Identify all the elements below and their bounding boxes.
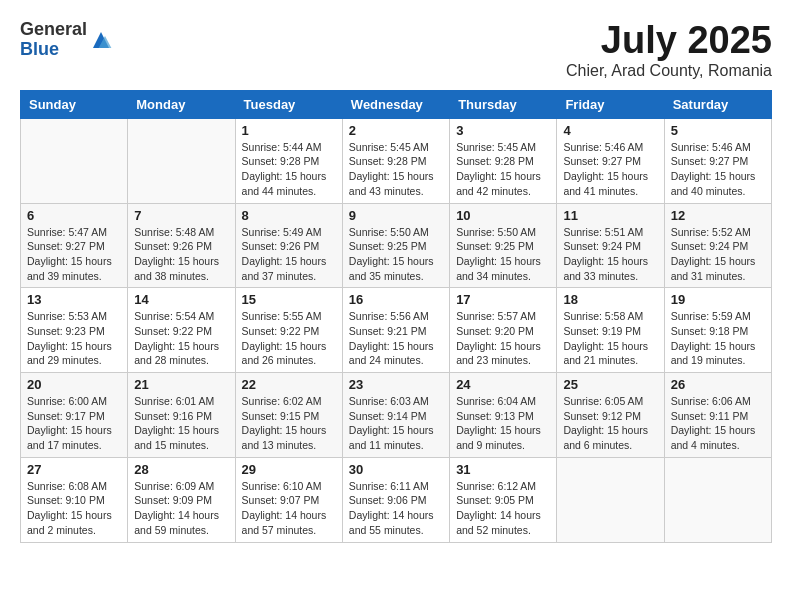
table-row: 26Sunrise: 6:06 AMSunset: 9:11 PMDayligh… <box>664 373 771 458</box>
day-number: 1 <box>242 123 336 138</box>
day-number: 31 <box>456 462 550 477</box>
table-row: 1Sunrise: 5:44 AMSunset: 9:28 PMDaylight… <box>235 118 342 203</box>
day-number: 20 <box>27 377 121 392</box>
day-info: Sunrise: 6:00 AMSunset: 9:17 PMDaylight:… <box>27 394 121 453</box>
day-number: 2 <box>349 123 443 138</box>
day-info: Sunrise: 5:44 AMSunset: 9:28 PMDaylight:… <box>242 140 336 199</box>
day-number: 10 <box>456 208 550 223</box>
day-number: 29 <box>242 462 336 477</box>
day-number: 22 <box>242 377 336 392</box>
day-info: Sunrise: 5:45 AMSunset: 9:28 PMDaylight:… <box>456 140 550 199</box>
table-row: 10Sunrise: 5:50 AMSunset: 9:25 PMDayligh… <box>450 203 557 288</box>
table-row <box>557 457 664 542</box>
table-row: 2Sunrise: 5:45 AMSunset: 9:28 PMDaylight… <box>342 118 449 203</box>
day-info: Sunrise: 6:02 AMSunset: 9:15 PMDaylight:… <box>242 394 336 453</box>
table-row: 28Sunrise: 6:09 AMSunset: 9:09 PMDayligh… <box>128 457 235 542</box>
day-info: Sunrise: 5:54 AMSunset: 9:22 PMDaylight:… <box>134 309 228 368</box>
day-number: 24 <box>456 377 550 392</box>
table-row: 7Sunrise: 5:48 AMSunset: 9:26 PMDaylight… <box>128 203 235 288</box>
day-number: 6 <box>27 208 121 223</box>
day-info: Sunrise: 6:04 AMSunset: 9:13 PMDaylight:… <box>456 394 550 453</box>
table-row <box>664 457 771 542</box>
day-number: 15 <box>242 292 336 307</box>
calendar-week-row: 1Sunrise: 5:44 AMSunset: 9:28 PMDaylight… <box>21 118 772 203</box>
table-row: 5Sunrise: 5:46 AMSunset: 9:27 PMDaylight… <box>664 118 771 203</box>
day-number: 18 <box>563 292 657 307</box>
table-row: 23Sunrise: 6:03 AMSunset: 9:14 PMDayligh… <box>342 373 449 458</box>
day-number: 30 <box>349 462 443 477</box>
table-row: 24Sunrise: 6:04 AMSunset: 9:13 PMDayligh… <box>450 373 557 458</box>
day-info: Sunrise: 5:56 AMSunset: 9:21 PMDaylight:… <box>349 309 443 368</box>
day-info: Sunrise: 5:46 AMSunset: 9:27 PMDaylight:… <box>671 140 765 199</box>
day-info: Sunrise: 5:47 AMSunset: 9:27 PMDaylight:… <box>27 225 121 284</box>
table-row: 16Sunrise: 5:56 AMSunset: 9:21 PMDayligh… <box>342 288 449 373</box>
day-number: 12 <box>671 208 765 223</box>
day-number: 19 <box>671 292 765 307</box>
day-info: Sunrise: 6:01 AMSunset: 9:16 PMDaylight:… <box>134 394 228 453</box>
calendar-week-row: 13Sunrise: 5:53 AMSunset: 9:23 PMDayligh… <box>21 288 772 373</box>
col-thursday: Thursday <box>450 90 557 118</box>
table-row: 22Sunrise: 6:02 AMSunset: 9:15 PMDayligh… <box>235 373 342 458</box>
day-info: Sunrise: 5:58 AMSunset: 9:19 PMDaylight:… <box>563 309 657 368</box>
day-info: Sunrise: 6:05 AMSunset: 9:12 PMDaylight:… <box>563 394 657 453</box>
day-number: 16 <box>349 292 443 307</box>
table-row: 18Sunrise: 5:58 AMSunset: 9:19 PMDayligh… <box>557 288 664 373</box>
day-number: 28 <box>134 462 228 477</box>
day-info: Sunrise: 6:06 AMSunset: 9:11 PMDaylight:… <box>671 394 765 453</box>
table-row <box>128 118 235 203</box>
table-row: 9Sunrise: 5:50 AMSunset: 9:25 PMDaylight… <box>342 203 449 288</box>
day-number: 14 <box>134 292 228 307</box>
table-row: 29Sunrise: 6:10 AMSunset: 9:07 PMDayligh… <box>235 457 342 542</box>
day-info: Sunrise: 5:55 AMSunset: 9:22 PMDaylight:… <box>242 309 336 368</box>
day-number: 17 <box>456 292 550 307</box>
calendar-week-row: 27Sunrise: 6:08 AMSunset: 9:10 PMDayligh… <box>21 457 772 542</box>
day-info: Sunrise: 6:09 AMSunset: 9:09 PMDaylight:… <box>134 479 228 538</box>
calendar-week-row: 20Sunrise: 6:00 AMSunset: 9:17 PMDayligh… <box>21 373 772 458</box>
logo-general-text: General <box>20 20 87 40</box>
table-row: 13Sunrise: 5:53 AMSunset: 9:23 PMDayligh… <box>21 288 128 373</box>
col-tuesday: Tuesday <box>235 90 342 118</box>
day-info: Sunrise: 5:59 AMSunset: 9:18 PMDaylight:… <box>671 309 765 368</box>
day-info: Sunrise: 5:50 AMSunset: 9:25 PMDaylight:… <box>456 225 550 284</box>
table-row: 6Sunrise: 5:47 AMSunset: 9:27 PMDaylight… <box>21 203 128 288</box>
day-number: 27 <box>27 462 121 477</box>
table-row: 17Sunrise: 5:57 AMSunset: 9:20 PMDayligh… <box>450 288 557 373</box>
day-info: Sunrise: 6:10 AMSunset: 9:07 PMDaylight:… <box>242 479 336 538</box>
day-info: Sunrise: 5:49 AMSunset: 9:26 PMDaylight:… <box>242 225 336 284</box>
logo-icon <box>89 28 113 52</box>
table-row: 12Sunrise: 5:52 AMSunset: 9:24 PMDayligh… <box>664 203 771 288</box>
table-row: 25Sunrise: 6:05 AMSunset: 9:12 PMDayligh… <box>557 373 664 458</box>
header: General Blue July 2025 Chier, Arad Count… <box>20 20 772 80</box>
day-number: 4 <box>563 123 657 138</box>
table-row <box>21 118 128 203</box>
table-row: 14Sunrise: 5:54 AMSunset: 9:22 PMDayligh… <box>128 288 235 373</box>
table-row: 4Sunrise: 5:46 AMSunset: 9:27 PMDaylight… <box>557 118 664 203</box>
col-wednesday: Wednesday <box>342 90 449 118</box>
day-info: Sunrise: 6:12 AMSunset: 9:05 PMDaylight:… <box>456 479 550 538</box>
day-number: 8 <box>242 208 336 223</box>
logo: General Blue <box>20 20 113 60</box>
day-info: Sunrise: 6:11 AMSunset: 9:06 PMDaylight:… <box>349 479 443 538</box>
day-info: Sunrise: 5:53 AMSunset: 9:23 PMDaylight:… <box>27 309 121 368</box>
day-info: Sunrise: 5:50 AMSunset: 9:25 PMDaylight:… <box>349 225 443 284</box>
day-info: Sunrise: 6:03 AMSunset: 9:14 PMDaylight:… <box>349 394 443 453</box>
day-number: 3 <box>456 123 550 138</box>
col-friday: Friday <box>557 90 664 118</box>
day-info: Sunrise: 5:46 AMSunset: 9:27 PMDaylight:… <box>563 140 657 199</box>
day-info: Sunrise: 5:48 AMSunset: 9:26 PMDaylight:… <box>134 225 228 284</box>
table-row: 21Sunrise: 6:01 AMSunset: 9:16 PMDayligh… <box>128 373 235 458</box>
table-row: 30Sunrise: 6:11 AMSunset: 9:06 PMDayligh… <box>342 457 449 542</box>
calendar-week-row: 6Sunrise: 5:47 AMSunset: 9:27 PMDaylight… <box>21 203 772 288</box>
table-row: 8Sunrise: 5:49 AMSunset: 9:26 PMDaylight… <box>235 203 342 288</box>
day-number: 7 <box>134 208 228 223</box>
table-row: 31Sunrise: 6:12 AMSunset: 9:05 PMDayligh… <box>450 457 557 542</box>
day-number: 9 <box>349 208 443 223</box>
day-number: 11 <box>563 208 657 223</box>
logo-blue-text: Blue <box>20 40 87 60</box>
day-info: Sunrise: 5:51 AMSunset: 9:24 PMDaylight:… <box>563 225 657 284</box>
day-info: Sunrise: 5:57 AMSunset: 9:20 PMDaylight:… <box>456 309 550 368</box>
table-row: 3Sunrise: 5:45 AMSunset: 9:28 PMDaylight… <box>450 118 557 203</box>
table-row: 20Sunrise: 6:00 AMSunset: 9:17 PMDayligh… <box>21 373 128 458</box>
day-info: Sunrise: 5:45 AMSunset: 9:28 PMDaylight:… <box>349 140 443 199</box>
day-info: Sunrise: 5:52 AMSunset: 9:24 PMDaylight:… <box>671 225 765 284</box>
